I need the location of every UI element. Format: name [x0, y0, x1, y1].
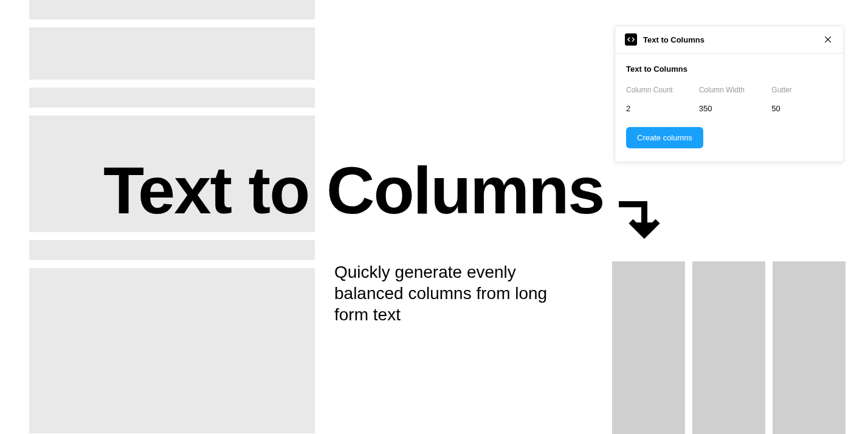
column-width-field: Column Width: [699, 86, 760, 114]
plugin-panel: Text to Columns Text to Columns Column C…: [615, 26, 844, 162]
column-width-input[interactable]: [699, 104, 760, 113]
close-button[interactable]: [822, 34, 833, 45]
placeholder-block: [29, 268, 315, 433]
hero-title: Text to Columns: [103, 157, 604, 224]
output-column: [692, 261, 765, 434]
panel-header: Text to Columns: [615, 26, 843, 53]
column-count-label: Column Count: [626, 86, 687, 94]
panel-fields: Column Count Column Width Gutter: [626, 86, 832, 114]
output-columns-preview: [612, 261, 846, 434]
create-columns-button[interactable]: Create columns: [626, 127, 703, 148]
panel-title: Text to Columns: [643, 35, 822, 44]
gutter-field: Gutter: [771, 86, 832, 114]
column-width-label: Column Width: [699, 86, 760, 94]
column-count-field: Column Count: [626, 86, 687, 114]
placeholder-block: [29, 88, 315, 108]
output-column: [612, 261, 685, 434]
output-column: [773, 261, 846, 434]
hero-subtitle: Quickly generate evenly balanced columns…: [334, 261, 577, 325]
placeholder-block: [29, 27, 315, 80]
code-icon: [625, 33, 637, 46]
column-count-input[interactable]: [626, 104, 687, 113]
gutter-label: Gutter: [771, 86, 832, 94]
placeholder-block: [29, 0, 315, 19]
gutter-input[interactable]: [771, 104, 832, 113]
arrow-icon: [614, 192, 663, 241]
panel-body: Text to Columns Column Count Column Widt…: [615, 53, 843, 162]
panel-section-title: Text to Columns: [626, 64, 832, 74]
placeholder-block: [29, 240, 315, 260]
